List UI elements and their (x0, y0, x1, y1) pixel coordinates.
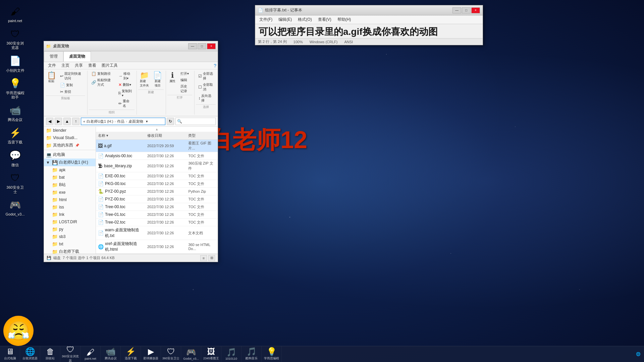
deselect-all-button[interactable]: ☐全部取消 (196, 82, 216, 93)
table-row[interactable]: 📄 Tree-00.toc 2022/7/30 12:26 TOC 文件 (96, 203, 218, 211)
ribbon-help-button[interactable]: ? (214, 62, 216, 69)
table-row[interactable]: 📄 Analysis-00.toc 2022/7/30 12:26 TOC 文件 (96, 152, 218, 160)
nav-item-html[interactable]: 📁 html (44, 196, 96, 203)
desktop-icon-360-security[interactable]: 🛡 360安全卫士 (3, 170, 27, 195)
rename-button[interactable]: ✏重命名 (116, 98, 135, 109)
table-row[interactable]: 🐍 PYZ-00.pyz 2022/7/30 12:26 Python Zip (96, 188, 218, 195)
refresh-button[interactable]: ↑ (72, 118, 79, 125)
ribbon-tab-view[interactable]: 查看 (86, 62, 99, 69)
table-row[interactable]: 🗜 base_library.zip 2022/7/30 12:26 360压缩… (96, 160, 218, 172)
taskbar-item-player[interactable]: ▶ 星球播放器 (141, 346, 161, 362)
nav-item-this-pc[interactable]: 💻 此电脑 (44, 151, 96, 159)
explorer-close-button[interactable]: × (207, 43, 216, 49)
delete-button[interactable]: ✕删除▾ (116, 82, 135, 88)
table-row[interactable]: 📄 PKG-00.toc 2022/7/30 12:26 TOC 文件 (96, 180, 218, 188)
nav-item-txt[interactable]: 📁 txt (44, 240, 96, 248)
ribbon-tab-share[interactable]: 共享 (72, 62, 86, 69)
desktop-icon-360[interactable]: 🛡 360安全浏览器 (3, 26, 27, 51)
col-name-header[interactable]: 名称 ▾ (98, 133, 147, 138)
notepad-maximize-button[interactable]: □ (462, 7, 471, 13)
paste-button[interactable]: 📋 粘贴 (46, 71, 57, 95)
taskbar-item-browser[interactable]: 🌐 台致浏览器 (20, 346, 40, 362)
new-folder-button[interactable]: 📁 新建文件夹 (138, 71, 151, 89)
copy-button[interactable]: 📄复制 (58, 82, 85, 88)
search-box[interactable]: 🔍 (175, 118, 216, 125)
desktop-icon-thunder[interactable]: ⚡ 迅雷下载 (3, 125, 27, 146)
table-row[interactable]: 📄 PYZ-00.toc 2022/7/30 12:26 TOC 文件 (96, 195, 218, 203)
desktop-icon-meeting[interactable]: 📹 腾讯会议 (3, 102, 27, 123)
up-button[interactable]: ▲ (63, 118, 71, 125)
ribbon-tab-home[interactable]: 主页 (59, 62, 72, 69)
table-row[interactable]: 📄 Tree-01.toc 2022/7/30 12:26 TOC 文件 (96, 211, 218, 219)
desktop-icon-godot[interactable]: 🎮 Godot_v3... (3, 197, 27, 218)
taskbar-item-thunder[interactable]: ⚡ 迅雷下载 (121, 346, 141, 362)
open-button[interactable]: 打开▾ (178, 71, 192, 77)
back-button[interactable]: ◀ (46, 118, 53, 125)
nav-item-iss[interactable]: 📁 iss (44, 203, 96, 211)
col-type-header[interactable]: 类型 (188, 133, 216, 138)
notepad-menu-file[interactable]: 文件(F) (257, 16, 275, 23)
cut-button[interactable]: ✂剪切 (58, 89, 85, 95)
history-button[interactable]: 历史记录 (178, 83, 192, 94)
taskbar-item-1010110[interactable]: 🎵 1010110 (221, 346, 241, 362)
desktop-icon-paintnet[interactable]: 🖌 paint.net (3, 3, 27, 24)
desktop-icon-wechat[interactable]: 💬 微信 (3, 147, 27, 169)
list-view-button[interactable]: ≡ (200, 255, 207, 261)
taskbar-item-recycle[interactable]: 🗑 回收站 (40, 346, 60, 362)
tab-manage[interactable]: 管理 (44, 51, 63, 62)
taskbar-item-2345[interactable]: 🖼 2345看图王 (201, 346, 221, 362)
copy-path-button[interactable]: 📋复制路径 (89, 71, 115, 77)
go-to-button[interactable]: ↩固定到快速访问 (58, 71, 85, 81)
paste-shortcut-button[interactable]: 🔗粘贴快捷方式 (89, 77, 115, 88)
notepad-menu-format[interactable]: 格式(O) (295, 16, 314, 23)
nav-item-py[interactable]: 📁 py (44, 226, 96, 233)
scroll-up-button[interactable]: ▲ (96, 127, 218, 132)
move-to-button[interactable]: →移动到▾ (116, 71, 135, 81)
tab-desktop-pet[interactable]: 桌面宠物 (63, 51, 91, 62)
desktop-icon-learn-coding[interactable]: 💡 学而思编程助手 (3, 75, 27, 101)
explorer-minimize-button[interactable]: — (188, 43, 197, 49)
taskbar-item-360guard[interactable]: 🛡 360安全卫士 (161, 346, 181, 362)
table-row[interactable]: 📄 Tree-02.toc 2022/7/30 12:26 TOC 文件 (96, 219, 218, 226)
invert-selection-button[interactable]: ↕反向选择 (196, 93, 216, 104)
table-row[interactable]: 📄 warn-桌面宠物制造机.txt 2022/7/30 12:26 文本文档 (96, 226, 218, 240)
grid-view-button[interactable]: ⊞ (208, 255, 215, 261)
notepad-close-button[interactable]: × (471, 7, 480, 13)
notepad-menu-edit[interactable]: 编辑(E) (276, 16, 294, 23)
col-date-header[interactable]: 修改日期 (147, 133, 188, 138)
taskbar-item-coding[interactable]: 💡 学而思编程 (262, 346, 282, 362)
address-refresh-button[interactable]: ↻ (167, 118, 174, 125)
notepad-menu-help[interactable]: 帮助(H) (335, 16, 354, 23)
nav-item-bilibili[interactable]: 📁 B站 (44, 181, 96, 189)
edit-button[interactable]: 编辑 (178, 77, 192, 83)
taskbar-item-desktop[interactable]: 🖥 台式电脑 (0, 346, 20, 362)
table-row[interactable]: 🖼 a.gif 2022/7/29 20:59 看图王 GIF 图片... (96, 140, 218, 152)
explorer-maximize-button[interactable]: □ (198, 43, 206, 49)
notepad-minimize-button[interactable]: — (452, 7, 461, 13)
path-folder1[interactable]: 作品 (117, 119, 124, 124)
nav-item-bat[interactable]: 📁 bat (44, 174, 96, 181)
ribbon-tab-file[interactable]: 文件 (45, 62, 59, 69)
nav-item-other[interactable]: 📁 其他的东西 📌 (44, 141, 96, 149)
path-dropdown[interactable]: ▾ (146, 119, 148, 124)
nav-item-usb-drive[interactable]: ▼ 💾 白老师U盘1 (H:) (44, 159, 96, 166)
nav-item-exe[interactable]: 📁 exe (44, 189, 96, 196)
taskbar-item-paintnet[interactable]: 🖌 paint.net (80, 346, 101, 362)
properties-button[interactable]: ℹ 属性 (167, 71, 177, 94)
table-row[interactable]: 🌐 xref-桌面宠物制造机.html 2022/7/30 12:26 360 … (96, 240, 218, 254)
notepad-menu-view[interactable]: 查看(V) (315, 16, 334, 23)
path-drive[interactable]: 白老师U盘1 (H:) (87, 119, 113, 124)
nav-item-visual-studio[interactable]: 📁 Visual Studi... (44, 134, 96, 141)
nav-item-lost-dir[interactable]: 📁 LOST.DIR (44, 218, 96, 226)
ribbon-tab-pictures[interactable]: 图片工具 (99, 62, 120, 69)
nav-item-sb3[interactable]: 📁 sb3 (44, 233, 96, 240)
nav-item-apk[interactable]: 📁 apk (44, 166, 96, 174)
forward-button[interactable]: ▶ (55, 118, 62, 125)
nav-item-downloads[interactable]: 📁 白老师下载 (44, 248, 96, 254)
taskbar-item-godot[interactable]: 🎮 Godot_v3... (181, 346, 201, 362)
taskbar-item-360browser[interactable]: 🛡 360安全浏览器 (60, 346, 80, 362)
table-row[interactable]: 📄 EXE-00.toc 2022/7/30 12:26 TOC 文件 (96, 172, 218, 180)
copy-to-button[interactable]: ⎘复制到▾ (116, 88, 135, 98)
nav-item-blender[interactable]: 📁 blender (44, 127, 96, 134)
path-folder2[interactable]: 桌面宠物 (128, 119, 143, 124)
